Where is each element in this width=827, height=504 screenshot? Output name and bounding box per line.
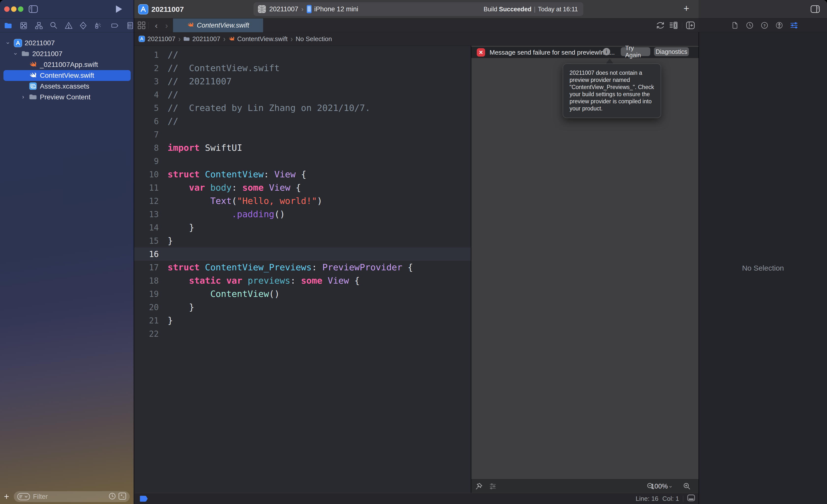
pin-preview-icon[interactable] [475, 482, 483, 491]
line-number: 6 [134, 115, 159, 128]
breadcrumb-item-no-selection[interactable]: No Selection [296, 35, 332, 43]
test-navigator-icon[interactable] [79, 21, 88, 30]
breadcrumb-separator: › [291, 34, 293, 44]
code-line-4[interactable]: 4// [134, 88, 471, 101]
cursor-col-indicator: Col: 1 [662, 495, 679, 503]
breadcrumb-separator: › [179, 34, 181, 44]
code-line-22[interactable]: 22 [134, 327, 471, 340]
code-line-8[interactable]: 8import SwiftUI [134, 141, 471, 155]
debug-navigator-icon[interactable] [93, 21, 102, 30]
diagnostics-button[interactable]: Diagnostics [654, 47, 689, 56]
code-line-3[interactable]: 3// 20211007 [134, 75, 471, 88]
source-editor[interactable]: 1//2// ContentView.swift3// 202110074//5… [134, 46, 471, 493]
filter-scope-icon[interactable] [118, 493, 126, 501]
editor-options-icon[interactable] [669, 20, 679, 30]
code-line-9[interactable]: 9 [134, 155, 471, 168]
scheme-target-name[interactable]: 20211007 [269, 5, 298, 13]
toggle-left-sidebar-icon[interactable] [29, 5, 38, 14]
editor-display-icon[interactable] [687, 494, 695, 503]
line-number: 9 [134, 155, 159, 168]
go-forward-icon[interactable]: › [162, 20, 172, 30]
breadcrumb-item-20211007[interactable]: 20211007 [183, 35, 220, 43]
error-info-icon[interactable]: i [603, 48, 610, 55]
disclosure-closed-icon[interactable]: › [22, 92, 24, 103]
file-inspector-icon[interactable] [731, 21, 739, 30]
code-line-20[interactable]: 20 } [134, 300, 471, 314]
issue-navigator-icon[interactable] [64, 21, 74, 30]
run-button[interactable] [115, 5, 123, 14]
code-line-12[interactable]: 12 Text("Hello, world!") [134, 194, 471, 208]
tabbar-divider [682, 22, 682, 29]
tree-item-preview-content[interactable]: ›Preview Content [3, 92, 131, 103]
code-line-19[interactable]: 19 ContentView() [134, 287, 471, 300]
tree-item-20211007[interactable]: ›20211007 [3, 38, 131, 49]
canvas-toolbar: 100% › [471, 479, 698, 493]
build-status[interactable]: Build Succeeded | Today at 16:11 [484, 6, 583, 13]
app-icon [139, 36, 145, 42]
minimize-window-button[interactable] [11, 6, 16, 12]
breadcrumb-item-20211007[interactable]: 20211007 [139, 35, 176, 43]
code-line-15[interactable]: 15} [134, 234, 471, 247]
quick-help-inspector-icon[interactable]: ? [760, 21, 769, 30]
attributes-inspector-icon[interactable] [790, 21, 798, 30]
accessibility-inspector-icon[interactable] [775, 21, 784, 30]
run-destination-icon [306, 5, 312, 13]
code-token [167, 209, 232, 219]
code-line-7[interactable]: 7 [134, 128, 471, 141]
new-tab-button[interactable]: + [683, 3, 689, 14]
go-back-icon[interactable]: ‹ [151, 20, 161, 30]
code-review-icon[interactable] [655, 20, 665, 30]
zoom-window-button[interactable] [18, 6, 23, 12]
run-destination-name[interactable]: iPhone 12 mini [314, 5, 358, 13]
code-line-18[interactable]: 18 static var previews: some View { [134, 274, 471, 287]
code-line-5[interactable]: 5// Created by Lin Zhang on 2021/10/7. [134, 101, 471, 115]
zoom-in-icon[interactable] [683, 482, 691, 491]
find-navigator-icon[interactable] [49, 21, 58, 30]
add-file-button[interactable]: + [4, 492, 9, 502]
filter-field[interactable]: Filter [14, 491, 130, 502]
main-area: 20211007 20211007 › iPhone 12 mini Build… [134, 0, 827, 504]
code-line-16[interactable]: 16 [134, 247, 471, 261]
tree-item-contentview-swift[interactable]: ContentView.swift [3, 70, 131, 81]
code-line-21[interactable]: 21} [134, 314, 471, 327]
add-editor-icon[interactable] [685, 20, 695, 30]
close-window-button[interactable] [4, 6, 10, 12]
report-navigator-icon[interactable] [126, 21, 135, 30]
tab-contentview-swift[interactable]: ContentView.swift [173, 18, 263, 32]
source-control-navigator-icon[interactable] [19, 21, 28, 30]
symbol-navigator-icon[interactable] [34, 21, 44, 30]
window-titlebar: 20211007 20211007 › iPhone 12 mini Build… [134, 0, 698, 18]
code-line-10[interactable]: 10struct ContentView: View { [134, 168, 471, 181]
breakpoints-toggle-icon[interactable] [140, 495, 148, 503]
tree-item-assets-xcassets[interactable]: Assets.xcassets [3, 81, 131, 92]
breadcrumb-item-contentview-swift[interactable]: ContentView.swift [229, 35, 288, 43]
code-line-11[interactable]: 11 var body: some View { [134, 181, 471, 194]
code-line-13[interactable]: 13 .padding() [134, 208, 471, 221]
code-line-2[interactable]: 2// ContentView.swift [134, 61, 471, 75]
recent-filter-icon[interactable] [108, 493, 116, 501]
code-token: ( [232, 196, 237, 206]
code-token: var [189, 182, 205, 192]
code-token: { [402, 262, 413, 272]
code-line-17[interactable]: 17struct ContentView_Previews: PreviewPr… [134, 261, 471, 274]
toggle-right-sidebar-icon[interactable] [811, 5, 820, 14]
breakpoint-navigator-icon[interactable] [110, 21, 119, 30]
tree-item-20211007[interactable]: ›20211007 [3, 49, 131, 59]
disclosure-open-icon[interactable]: › [2, 42, 13, 44]
preview-settings-icon[interactable] [489, 482, 497, 491]
line-number: 2 [134, 62, 159, 75]
code-line-1[interactable]: 1// [134, 48, 471, 61]
code-line-6[interactable]: 6// [134, 115, 471, 128]
code-token [205, 182, 210, 192]
try-again-button[interactable]: Try Again [621, 47, 650, 56]
related-items-icon[interactable] [137, 20, 146, 30]
code-line-14[interactable]: 14 } [134, 221, 471, 234]
zoom-level[interactable]: 100% › [651, 480, 672, 493]
scheme-target-icon [257, 5, 266, 13]
history-inspector-icon[interactable] [745, 21, 754, 30]
filter-menu-icon[interactable] [17, 493, 30, 500]
scheme-status-bar[interactable]: 20211007 › iPhone 12 mini Build Succeede… [253, 2, 583, 16]
project-navigator-icon[interactable] [3, 21, 13, 30]
disclosure-open-icon[interactable]: › [10, 53, 21, 55]
tree-item--0211007app-swift[interactable]: _0211007App.swift [3, 59, 131, 70]
